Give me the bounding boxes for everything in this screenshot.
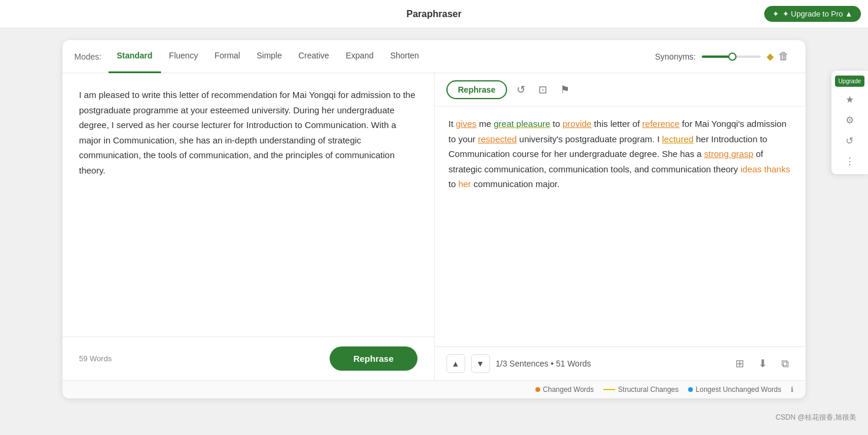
content-area: I am pleased to write this letter of rec… xyxy=(63,73,805,380)
tab-fluency[interactable]: Fluency xyxy=(161,40,206,73)
synonyms-slider-container xyxy=(702,55,761,58)
edge-icon-4[interactable]: ⋮ xyxy=(835,153,864,169)
changed-words-ideas-thanks: ideas thanks xyxy=(741,164,790,174)
sentence-info: 1/3 Sentences • 51 Words xyxy=(496,359,591,368)
download-button[interactable]: ⬇ xyxy=(754,355,772,372)
tab-expand[interactable]: Expand xyxy=(337,40,382,73)
paraphraser-card: Modes: Standard Fluency Formal Simple Cr… xyxy=(63,40,805,398)
right-panel: Rephrase ↺ ⊡ ⚑ It gives me great pleasur… xyxy=(435,73,806,380)
word-count: 59 Words xyxy=(79,354,111,363)
right-bottom-bar: ▲ ▼ 1/3 Sentences • 51 Words ⊞ ⬇ ⧉ xyxy=(435,346,806,380)
app-title: Paraphraser xyxy=(406,9,461,19)
rephrase-outline-button[interactable]: Rephrase xyxy=(446,80,508,99)
changed-word-gives: gives xyxy=(456,119,476,129)
rephrase-main-button[interactable]: Rephrase xyxy=(330,346,417,371)
left-text-content[interactable]: I am pleased to write this letter of rec… xyxy=(63,73,434,336)
changed-word-reference: reference xyxy=(642,119,679,129)
stats-button[interactable]: ⊞ xyxy=(731,355,749,372)
legend-bar: Changed Words Structural Changes Longest… xyxy=(63,380,805,398)
structural-changes-label: Structural Changes xyxy=(618,385,679,394)
legend-longest-unchanged: Longest Unchanged Words xyxy=(688,385,781,394)
legend-info-icon[interactable]: ℹ xyxy=(791,385,794,394)
edge-upgrade-button[interactable]: Upgrade xyxy=(835,76,864,87)
tab-creative[interactable]: Creative xyxy=(290,40,337,73)
changed-words-label: Changed Words xyxy=(543,385,594,394)
synonyms-slider-thumb xyxy=(728,53,737,61)
next-sentence-button[interactable]: ▼ xyxy=(471,354,490,373)
top-header: Paraphraser ✦ ✦ Upgrade to Pro ▲ xyxy=(0,0,868,28)
changed-phrase-great-pleasure: great pleasure xyxy=(494,119,550,129)
undo-button[interactable]: ↺ xyxy=(513,81,529,99)
edge-icon-3[interactable]: ↺ xyxy=(835,133,864,149)
right-text-content: It gives me great pleasure to provide th… xyxy=(435,107,806,346)
changed-words-dot xyxy=(535,387,540,392)
upgrade-label: ✦ Upgrade to Pro ▲ xyxy=(782,9,853,18)
edge-icon-1[interactable]: ★ xyxy=(835,91,864,107)
legend-structural-changes: Structural Changes xyxy=(603,385,679,394)
structural-changes-line xyxy=(603,389,615,390)
tab-simple[interactable]: Simple xyxy=(248,40,290,73)
prev-sentence-button[interactable]: ▲ xyxy=(446,354,465,373)
changed-phrase-strong-grasp: strong grasp xyxy=(704,149,753,159)
changed-word-respected: respected xyxy=(478,134,517,144)
longest-unchanged-dot xyxy=(688,387,693,392)
tab-formal[interactable]: Formal xyxy=(206,40,249,73)
sentence-nav: ▲ ▼ 1/3 Sentences • 51 Words xyxy=(446,354,591,373)
synonyms-label: Synonyms: xyxy=(655,52,696,61)
main-container: Modes: Standard Fluency Formal Simple Cr… xyxy=(0,28,868,410)
bookmark-button[interactable]: ⚑ xyxy=(557,81,573,99)
legend-changed-words: Changed Words xyxy=(535,385,594,394)
changed-word-lectured: lectured xyxy=(662,134,693,144)
edge-icon-2[interactable]: ⚙ xyxy=(835,112,864,128)
copy-result-button[interactable]: ⧉ xyxy=(777,355,794,372)
modes-bar: Modes: Standard Fluency Formal Simple Cr… xyxy=(63,40,805,73)
tab-standard[interactable]: Standard xyxy=(108,40,161,73)
left-panel: I am pleased to write this letter of rec… xyxy=(63,73,435,380)
copy-button[interactable]: ⊡ xyxy=(535,81,551,99)
synonyms-slider-track[interactable] xyxy=(702,55,761,58)
changed-word-provide: provide xyxy=(563,119,591,129)
footer-text: CSDN @桂花很香,旭很美 xyxy=(0,410,868,425)
changed-word-her: her xyxy=(458,179,471,189)
modes-label: Modes: xyxy=(74,52,101,61)
left-bottom-bar: 59 Words Rephrase xyxy=(63,336,434,380)
diamond-icon: ◆ xyxy=(767,51,774,62)
upgrade-icon: ✦ xyxy=(772,9,779,18)
tab-shorten[interactable]: Shorten xyxy=(382,40,428,73)
right-bottom-icons: ⊞ ⬇ ⧉ xyxy=(731,355,794,372)
upgrade-button[interactable]: ✦ ✦ Upgrade to Pro ▲ xyxy=(764,6,861,22)
longest-unchanged-label: Longest Unchanged Words xyxy=(696,385,781,394)
right-edge-toolbar: Upgrade ★ ⚙ ↺ ⋮ xyxy=(831,71,868,174)
synonyms-section: Synonyms: ◆ xyxy=(655,51,774,62)
rephrase-toolbar: Rephrase ↺ ⊡ ⚑ xyxy=(435,73,806,107)
delete-button[interactable]: 🗑 xyxy=(774,48,794,65)
